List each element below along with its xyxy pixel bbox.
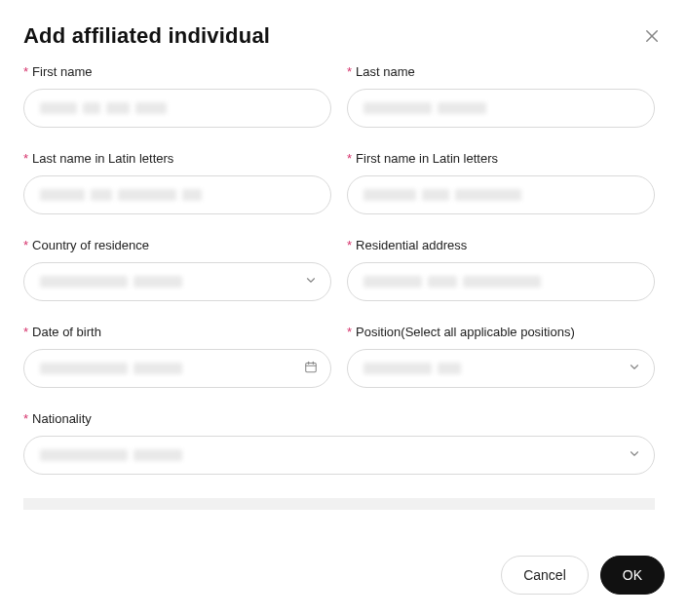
required-mark: * [23,238,28,252]
label-text: First name in Latin letters [356,151,498,166]
first-name-latin-label: *First name in Latin letters [347,151,655,166]
cancel-button[interactable]: Cancel [501,556,589,595]
required-mark: * [347,151,352,166]
position-select[interactable] [347,349,655,388]
country-of-residence-label: *Country of residence [23,238,331,252]
label-text: Position(Select all applicable positions… [356,325,575,339]
chevron-down-icon [304,274,318,290]
field-residential-address: *Residential address [347,238,655,301]
required-mark: * [23,325,28,339]
label-text: Country of residence [32,238,149,252]
form-scroll-area[interactable]: *First name *Last name *Last name in Lat… [23,64,665,538]
field-date-of-birth: *Date of birth [23,325,331,388]
first-name-input[interactable] [23,89,331,128]
position-label: *Position(Select all applicable position… [347,325,655,339]
first-name-label: *First name [23,64,331,79]
date-of-birth-label: *Date of birth [23,325,331,339]
label-text: Date of birth [32,325,101,339]
modal-title: Add affiliated individual [23,23,270,49]
required-mark: * [23,411,28,426]
label-text: Last name in Latin letters [32,151,173,166]
svg-rect-2 [306,363,317,371]
close-icon [643,27,661,45]
field-first-name-latin: *First name in Latin letters [347,151,655,214]
field-nationality: *Nationality [23,411,655,475]
chevron-down-icon [628,447,641,464]
required-mark: * [23,151,28,166]
field-position: *Position(Select all applicable position… [347,325,655,388]
calendar-icon [304,361,318,377]
chevron-down-icon [628,361,641,377]
required-mark: * [347,325,352,339]
required-mark: * [347,238,352,252]
last-name-latin-input[interactable] [23,175,331,214]
last-name-label: *Last name [347,64,655,79]
modal-header: Add affiliated individual [23,23,665,49]
label-text: Nationality [32,411,92,426]
add-affiliated-individual-modal: Add affiliated individual *First name *L… [0,0,688,616]
field-first-name: *First name [23,64,331,128]
close-button[interactable] [639,23,665,49]
section-divider [23,498,655,510]
last-name-input[interactable] [347,89,655,128]
label-text: Last name [356,64,415,79]
nationality-label: *Nationality [23,411,655,426]
label-text: First name [32,64,92,79]
required-mark: * [23,64,28,79]
last-name-latin-label: *Last name in Latin letters [23,151,331,166]
field-last-name-latin: *Last name in Latin letters [23,151,331,214]
modal-footer: Cancel OK [501,556,665,595]
residential-address-input[interactable] [347,262,655,301]
first-name-latin-input[interactable] [347,175,655,214]
required-mark: * [347,64,352,79]
field-country-of-residence: *Country of residence [23,238,331,301]
date-of-birth-picker[interactable] [23,349,331,388]
field-last-name: *Last name [347,64,655,128]
residential-address-label: *Residential address [347,238,655,252]
nationality-select[interactable] [23,436,655,475]
ok-button[interactable]: OK [600,556,665,595]
label-text: Residential address [356,238,467,252]
country-of-residence-select[interactable] [23,262,331,301]
